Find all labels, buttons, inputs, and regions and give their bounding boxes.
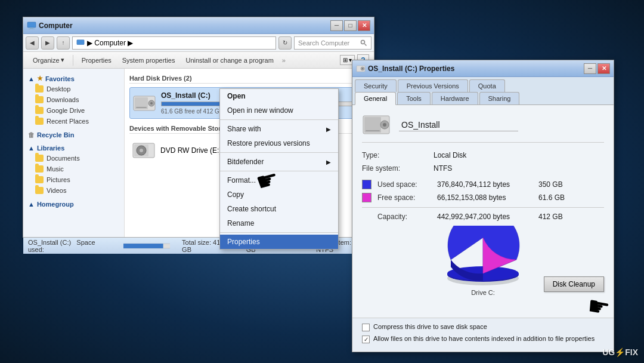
- filesystem-label: File system:: [362, 164, 434, 173]
- ctx-rename[interactable]: Rename: [220, 216, 338, 230]
- tab-tools[interactable]: Tools: [397, 92, 431, 104]
- hdd-section-header: Hard Disk Drives (2): [129, 73, 369, 84]
- search-box[interactable]: Search Computer: [294, 36, 371, 50]
- used-bytes: 376,840,794,112 bytes: [437, 180, 532, 189]
- system-properties-button[interactable]: System properties: [117, 54, 180, 67]
- props-drive-icon-title: [356, 64, 366, 73]
- sidebar-item-music[interactable]: Music: [23, 164, 124, 174]
- homegroup-section: ▲ Homegroup: [23, 198, 124, 209]
- tabs-container: Security Previous Versions Quota General…: [352, 77, 614, 105]
- properties-titlebar: OS_Install (C:) Properties ─ ✕: [352, 60, 614, 77]
- properties-content: OS_Install Type: Local Disk File system:…: [352, 105, 614, 343]
- sidebar-item-pictures[interactable]: Pictures: [23, 174, 124, 185]
- ctx-separator-1: [220, 119, 338, 120]
- organize-button[interactable]: Organize ▾: [28, 54, 69, 67]
- used-label: Used space:: [377, 180, 431, 189]
- sidebar-item-videos[interactable]: Videos: [23, 185, 124, 196]
- capacity-size: 412 GB: [538, 213, 563, 221]
- capacity-row: Capacity: 442,992,947,200 bytes 412 GB: [362, 213, 604, 221]
- address-text: ▶ Computer ▶: [87, 39, 133, 47]
- ctx-open[interactable]: Open: [220, 89, 338, 103]
- address-path[interactable]: ▶ Computer ▶: [72, 36, 276, 50]
- search-placeholder: Search Computer: [298, 39, 349, 47]
- ctx-separator-3: [220, 171, 338, 171]
- ctx-create-shortcut[interactable]: Create shortcut: [220, 202, 338, 216]
- tab-quota[interactable]: Quota: [469, 79, 505, 92]
- maximize-button[interactable]: □: [344, 20, 357, 31]
- forward-button[interactable]: ▶: [41, 36, 54, 50]
- index-label: Allow files on this drive to have conten…: [373, 335, 595, 342]
- free-space-row: Free space: 66,152,153,088 bytes 61.6 GB: [362, 193, 604, 202]
- computer-icon: [27, 21, 36, 30]
- recycle-bin-item[interactable]: 🗑 Recycle Bin: [23, 129, 124, 140]
- ctx-properties[interactable]: Properties: [220, 235, 338, 249]
- up-button[interactable]: ↑: [57, 36, 70, 50]
- index-checkbox[interactable]: [362, 336, 370, 343]
- disk-cleanup-button[interactable]: Disk Cleanup: [544, 276, 604, 292]
- minimize-button[interactable]: ─: [330, 20, 343, 31]
- libraries-header[interactable]: ▲ Libraries: [23, 142, 124, 153]
- ctx-format[interactable]: Format...: [220, 173, 338, 187]
- tab-hardware[interactable]: Hardware: [432, 92, 478, 104]
- window-controls: ─ □ ✕: [330, 20, 370, 31]
- ctx-bitdefender[interactable]: Bitdefender ▶: [220, 155, 338, 169]
- folder-icon: [35, 118, 44, 125]
- toolbar-more[interactable]: »: [282, 57, 286, 64]
- folder-icon: [35, 107, 44, 114]
- ctx-share-with[interactable]: Share with ▶: [220, 122, 338, 136]
- props-close-button[interactable]: ✕: [597, 63, 610, 74]
- homegroup-header[interactable]: ▲ Homegroup: [23, 198, 124, 209]
- free-size: 61.6 GB: [538, 193, 565, 202]
- tabs-row2: General Tools Hardware Sharing: [352, 92, 614, 104]
- properties-button[interactable]: Properties: [77, 54, 116, 67]
- properties-footer: Compress this drive to save disk space A…: [352, 318, 614, 352]
- svg-point-4: [361, 40, 365, 44]
- submenu-arrow: ▶: [326, 126, 331, 133]
- sidebar-item-google-drive[interactable]: Google Drive: [23, 105, 124, 116]
- index-checkbox-row: Allow files on this drive to have conten…: [362, 335, 604, 343]
- props-minimize-button[interactable]: ─: [584, 63, 596, 74]
- sidebar-item-recent-places[interactable]: Recent Places: [23, 116, 124, 127]
- props-hdd-icon: [362, 113, 391, 136]
- properties-title: OS_Install (C:) Properties: [368, 64, 584, 73]
- favorites-header[interactable]: ▲ ★ Favorites: [23, 72, 124, 84]
- tab-previous-versions[interactable]: Previous Versions: [398, 79, 468, 92]
- submenu-arrow-2: ▶: [326, 159, 331, 165]
- favorites-section: ▲ ★ Favorites Desktop Downloads Google D…: [23, 72, 124, 127]
- svg-rect-10: [136, 107, 147, 108]
- address-bar: ◀ ▶ ↑ ▶ Computer ▶ ↻ Search Computer: [23, 34, 374, 52]
- explorer-titlebar: Computer ─ □ ✕: [23, 17, 374, 34]
- properties-window: OS_Install (C:) Properties ─ ✕ Security …: [352, 60, 614, 352]
- free-bytes: 66,152,153,088 bytes: [437, 193, 532, 202]
- ctx-open-new-window[interactable]: Open in new window: [220, 103, 338, 118]
- folder-icon: [35, 176, 44, 183]
- ctx-restore-previous[interactable]: Restore previous versions: [220, 136, 338, 150]
- svg-rect-1: [30, 27, 33, 29]
- uninstall-button[interactable]: Uninstall or change a program: [181, 54, 278, 67]
- tab-security[interactable]: Security: [355, 79, 397, 92]
- svg-rect-16: [123, 244, 163, 248]
- toolbar-separator: [73, 55, 73, 66]
- ctx-separator-2: [220, 152, 338, 153]
- tab-general[interactable]: General: [355, 92, 396, 105]
- usage-separator: [362, 207, 604, 208]
- props-filesystem-row: File system: NTFS: [362, 164, 604, 173]
- sidebar-item-documents[interactable]: Documents: [23, 153, 124, 164]
- compress-checkbox[interactable]: [362, 324, 370, 331]
- folder-icon: [35, 85, 44, 93]
- folder-icon: [35, 96, 44, 103]
- drive-label: Drive C:: [471, 289, 495, 296]
- used-size: 350 GB: [538, 180, 563, 189]
- sidebar-item-downloads[interactable]: Downloads: [23, 94, 124, 105]
- sidebar-item-desktop[interactable]: Desktop: [23, 84, 124, 94]
- ctx-copy[interactable]: Copy: [220, 187, 338, 202]
- back-button[interactable]: ◀: [26, 36, 39, 50]
- tab-sharing[interactable]: Sharing: [479, 92, 520, 104]
- svg-point-23: [383, 123, 386, 127]
- folder-icon: [35, 155, 44, 162]
- type-value: Local Disk: [434, 151, 466, 159]
- refresh-button[interactable]: ↻: [278, 36, 292, 50]
- type-label: Type:: [362, 151, 434, 159]
- context-menu: Open Open in new window Share with ▶ Res…: [219, 88, 339, 250]
- close-button[interactable]: ✕: [358, 20, 370, 31]
